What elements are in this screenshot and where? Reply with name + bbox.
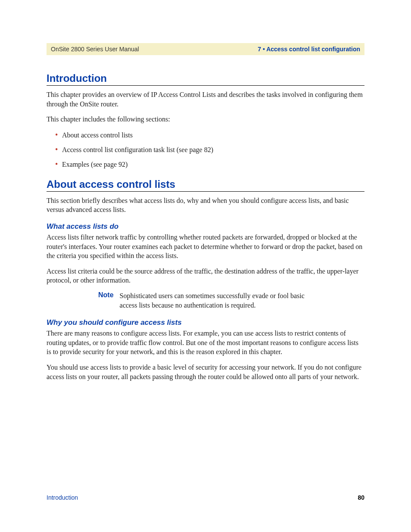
- heading-introduction: Introduction: [47, 72, 364, 86]
- what-paragraph-2: Access list criteria could be the source…: [47, 267, 364, 285]
- subheading-what-access-lists-do: What access lists do: [47, 222, 364, 231]
- note-text: Sophisticated users can sometimes succes…: [120, 291, 322, 310]
- header-manual-title: OnSite 2800 Series User Manual: [51, 46, 139, 53]
- intro-paragraph-2: This chapter includes the following sect…: [47, 115, 364, 124]
- page-header-bar: OnSite 2800 Series User Manual 7 • Acces…: [47, 43, 364, 55]
- list-item: Access control list configuration task l…: [55, 145, 364, 155]
- intro-paragraph-1: This chapter provides an overview of IP …: [47, 90, 364, 109]
- note-label: Note: [98, 291, 120, 299]
- footer-section-name: Introduction: [47, 494, 78, 501]
- list-item: Examples (see page 92): [55, 159, 364, 170]
- about-paragraph-1: This section briefly describes what acce…: [47, 196, 364, 215]
- subheading-why-configure: Why you should configure access lists: [47, 318, 364, 327]
- footer-page-number: 80: [358, 494, 364, 501]
- heading-about-acl: About access control lists: [47, 178, 364, 192]
- why-paragraph-2: You should use access lists to provide a…: [47, 363, 364, 381]
- intro-bullet-list: About access control lists Access contro…: [47, 130, 364, 170]
- header-chapter-title: 7 • Access control list configuration: [258, 46, 360, 53]
- what-paragraph-1: Access lists filter network traffic by c…: [47, 233, 364, 261]
- why-paragraph-1: There are many reasons to configure acce…: [47, 329, 364, 357]
- page-footer: Introduction 80: [47, 494, 364, 501]
- list-item: About access control lists: [55, 130, 364, 140]
- note-block: Note Sophisticated users can sometimes s…: [47, 291, 364, 310]
